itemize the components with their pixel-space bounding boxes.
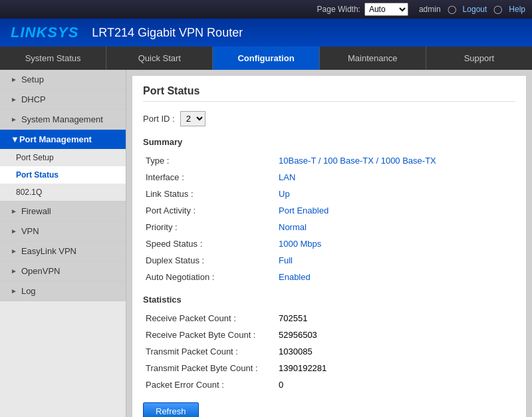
port-id-label: Port ID : bbox=[143, 114, 175, 124]
field-value: 1000 Mbps bbox=[276, 235, 515, 252]
stat-label: Receive Packet Count : bbox=[143, 310, 276, 327]
tab-system-status[interactable]: System Status bbox=[0, 47, 106, 70]
sidebar-sub-item-port-status[interactable]: Port Status bbox=[0, 166, 126, 184]
main: ► Setup ► DHCP ► System Management ▼ Por… bbox=[0, 70, 532, 417]
field-value: Up bbox=[276, 186, 515, 202]
field-label: Duplex Status : bbox=[143, 252, 276, 269]
sidebar-item-label: Log bbox=[21, 286, 36, 296]
stat-value: 0 bbox=[276, 376, 515, 393]
sidebar-item-easylink-vpn[interactable]: ► EasyLink VPN bbox=[0, 241, 126, 261]
arrow-icon: ► bbox=[11, 96, 17, 103]
sidebar-section-dhcp: ► DHCP bbox=[0, 90, 126, 110]
sidebar-item-label: OpenVPN bbox=[21, 266, 61, 276]
table-row: Duplex Status : Full bbox=[143, 252, 515, 269]
stat-value: 52956503 bbox=[276, 327, 515, 343]
sidebar-section-portmgmt: ▼ Port Management Port Setup Port Status… bbox=[0, 130, 126, 202]
table-row: Speed Status : 1000 Mbps bbox=[143, 235, 515, 252]
page-width-label: Page Width: bbox=[317, 5, 360, 14]
arrow-icon: ▼ bbox=[11, 134, 19, 144]
stat-value: 1030085 bbox=[276, 343, 515, 360]
sidebar-item-setup[interactable]: ► Setup bbox=[0, 70, 126, 89]
sidebar-section-vpn: ► VPN bbox=[0, 221, 126, 241]
field-value: LAN bbox=[276, 169, 515, 186]
arrow-icon: ► bbox=[11, 267, 17, 275]
tab-support[interactable]: Support bbox=[426, 47, 532, 70]
sidebar-item-label: Port Management bbox=[19, 134, 92, 144]
top-bar: Page Width: Auto 800px 1024px admin ◯ Lo… bbox=[0, 0, 532, 19]
sidebar: ► Setup ► DHCP ► System Management ▼ Por… bbox=[0, 70, 126, 417]
product-name: LRT214 Gigabit VPN Router bbox=[92, 26, 243, 40]
sidebar-section-firewall: ► Firewall bbox=[0, 202, 126, 221]
statistics-title: Statistics bbox=[143, 295, 515, 305]
field-label: Link Status : bbox=[143, 186, 276, 202]
sidebar-sub-item-port-setup[interactable]: Port Setup bbox=[0, 149, 126, 166]
sidebar-item-label: Firewall bbox=[21, 206, 51, 216]
table-row: Port Activity : Port Enabled bbox=[143, 202, 515, 219]
table-row: Packet Error Count : 0 bbox=[143, 376, 515, 393]
table-row: Auto Negotiation : Enabled bbox=[143, 269, 515, 285]
logout-link[interactable]: Logout bbox=[463, 5, 487, 14]
logo-text: LINKSYS bbox=[11, 24, 78, 41]
stat-label: Transmit Packet Count : bbox=[143, 343, 276, 360]
sidebar-item-label: System Management bbox=[21, 114, 103, 124]
table-row: Transmit Packet Count : 1030085 bbox=[143, 343, 515, 360]
sidebar-section-log: ► Log bbox=[0, 281, 126, 301]
arrow-icon: ► bbox=[11, 287, 17, 295]
field-label: Priority : bbox=[143, 219, 276, 235]
arrow-icon: ► bbox=[11, 76, 17, 83]
page-width-select[interactable]: Auto 800px 1024px bbox=[364, 3, 408, 16]
table-row: Interface : LAN bbox=[143, 169, 515, 186]
sidebar-item-firewall[interactable]: ► Firewall bbox=[0, 202, 126, 221]
sidebar-item-openvpn[interactable]: ► OpenVPN bbox=[0, 261, 126, 281]
field-value: Port Enabled bbox=[276, 202, 515, 219]
field-value: Enabled bbox=[276, 269, 515, 285]
refresh-button[interactable]: Refresh bbox=[143, 402, 199, 417]
admin-label: admin bbox=[419, 5, 441, 14]
arrow-icon: ► bbox=[11, 116, 17, 123]
stat-label: Packet Error Count : bbox=[143, 376, 276, 393]
arrow-icon: ► bbox=[11, 208, 17, 215]
stat-label: Transmit Packet Byte Count : bbox=[143, 360, 276, 376]
sidebar-item-label: VPN bbox=[21, 226, 39, 236]
content-area: Port Status Port ID : 1 2 3 4 5 Summary … bbox=[132, 75, 527, 417]
statistics-table: Receive Packet Count : 702551 Receive Pa… bbox=[143, 310, 515, 393]
sidebar-section-sysmgmt: ► System Management bbox=[0, 110, 126, 130]
table-row: Transmit Packet Byte Count : 1390192281 bbox=[143, 360, 515, 376]
field-label: Auto Negotiation : bbox=[143, 269, 276, 285]
port-id-select[interactable]: 1 2 3 4 5 bbox=[180, 111, 205, 126]
page-title: Port Status bbox=[143, 85, 515, 102]
sep: ◯ bbox=[448, 5, 456, 14]
summary-table: Type : 10Base-T / 100 Base-TX / 1000 Bas… bbox=[143, 152, 515, 285]
field-label: Type : bbox=[143, 152, 276, 169]
sidebar-sub-item-8021q[interactable]: 802.1Q bbox=[0, 184, 126, 201]
arrow-icon: ► bbox=[11, 247, 17, 255]
table-row: Receive Packet Count : 702551 bbox=[143, 310, 515, 327]
table-row: Type : 10Base-T / 100 Base-TX / 1000 Bas… bbox=[143, 152, 515, 169]
sidebar-item-dhcp[interactable]: ► DHCP bbox=[0, 90, 126, 109]
nav-tabs: System Status Quick Start Configuration … bbox=[0, 47, 532, 70]
stat-value: 1390192281 bbox=[276, 360, 515, 376]
field-value: Normal bbox=[276, 219, 515, 235]
table-row: Receive Packet Byte Count : 52956503 bbox=[143, 327, 515, 343]
sidebar-item-port-management[interactable]: ▼ Port Management bbox=[0, 130, 126, 149]
sidebar-item-log[interactable]: ► Log bbox=[0, 281, 126, 301]
tab-maintenance[interactable]: Maintenance bbox=[320, 47, 426, 70]
summary-title: Summary bbox=[143, 137, 515, 147]
sidebar-item-label: EasyLink VPN bbox=[21, 246, 76, 256]
tab-quick-start[interactable]: Quick Start bbox=[106, 47, 213, 70]
sidebar-item-vpn[interactable]: ► VPN bbox=[0, 221, 126, 241]
field-label: Speed Status : bbox=[143, 235, 276, 252]
sidebar-item-label: Setup bbox=[21, 74, 44, 84]
sidebar-item-system-management[interactable]: ► System Management bbox=[0, 110, 126, 129]
sidebar-section-setup: ► Setup bbox=[0, 70, 126, 90]
port-id-row: Port ID : 1 2 3 4 5 bbox=[143, 111, 515, 126]
table-row: Priority : Normal bbox=[143, 219, 515, 235]
field-label: Port Activity : bbox=[143, 202, 276, 219]
stat-label: Receive Packet Byte Count : bbox=[143, 327, 276, 343]
field-value: 10Base-T / 100 Base-TX / 1000 Base-TX bbox=[276, 152, 515, 169]
field-value: Full bbox=[276, 252, 515, 269]
tab-configuration[interactable]: Configuration bbox=[213, 47, 319, 70]
help-link[interactable]: Help bbox=[509, 5, 525, 14]
sidebar-item-label: DHCP bbox=[21, 94, 46, 104]
sidebar-section-easylink: ► EasyLink VPN bbox=[0, 241, 126, 261]
